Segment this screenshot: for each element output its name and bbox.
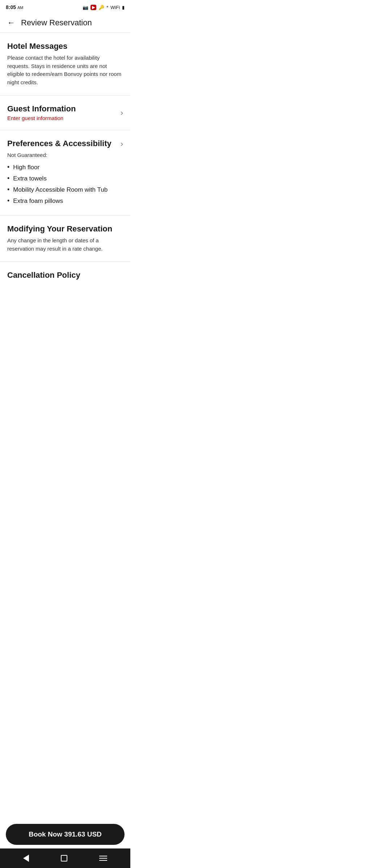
hamburger-icon — [99, 856, 107, 861]
cancellation-policy-section: Cancellation Policy — [0, 262, 130, 284]
book-now-button[interactable]: Book Now 391.63 USD — [6, 824, 125, 845]
modifying-reservation-title: Modifying Your Reservation — [7, 224, 123, 234]
list-item: High floor — [7, 162, 123, 173]
list-item: Extra foam pillows — [7, 195, 123, 207]
preferences-chevron-icon: › — [121, 140, 123, 148]
page-title: Review Reservation — [21, 18, 92, 27]
preferences-list: High floor Extra towels Mobility Accessi… — [7, 162, 123, 207]
bluetooth-icon: * — [106, 5, 108, 10]
hotel-messages-title: Hotel Messages — [7, 42, 123, 51]
not-guaranteed-label: Not Guaranteed: — [7, 152, 123, 158]
battery-icon: ▮ — [122, 5, 125, 10]
nav-bar: ← Review Reservation — [0, 13, 130, 33]
red-badge-icon: ▶ — [91, 5, 96, 10]
guest-information-section[interactable]: Guest Information Enter guest informatio… — [0, 95, 130, 130]
modifying-reservation-section: Modifying Your Reservation Any change in… — [0, 216, 130, 262]
android-nav-bar — [0, 848, 130, 868]
video-icon: 📷 — [83, 5, 88, 10]
modifying-reservation-body: Any change in the length or dates of a r… — [7, 237, 123, 253]
status-icons: 📷 ▶ 🔑 * WiFi ▮ — [83, 5, 125, 10]
book-button-container: Book Now 391.63 USD — [0, 820, 130, 848]
list-item: Extra towels — [7, 173, 123, 184]
guest-info-title: Guest Information — [7, 104, 76, 114]
guest-info-subtitle: Enter guest information — [7, 115, 76, 121]
home-square-icon — [61, 855, 67, 861]
status-bar: 8:05 AM 📷 ▶ 🔑 * WiFi ▮ — [0, 0, 130, 13]
hotel-messages-body: Please contact the hotel for availabilit… — [7, 54, 123, 86]
preferences-title: Preferences & Accessibility — [7, 139, 112, 148]
status-time: 8:05 AM — [6, 4, 23, 10]
chevron-right-icon: › — [121, 109, 123, 117]
wifi-icon: WiFi — [110, 5, 120, 10]
preferences-header[interactable]: Preferences & Accessibility › — [7, 139, 123, 148]
android-back-button[interactable] — [23, 855, 29, 862]
android-menu-button[interactable] — [99, 856, 107, 861]
back-button[interactable]: ← — [7, 18, 15, 27]
cancellation-policy-title: Cancellation Policy — [7, 271, 123, 280]
android-home-button[interactable] — [61, 855, 67, 861]
preferences-section: Preferences & Accessibility › Not Guaran… — [0, 130, 130, 216]
key-icon: 🔑 — [98, 5, 104, 10]
hotel-messages-section: Hotel Messages Please contact the hotel … — [0, 33, 130, 95]
back-triangle-icon — [23, 855, 29, 862]
list-item: Mobility Accessible Room with Tub — [7, 184, 123, 195]
guest-info-left: Guest Information Enter guest informatio… — [7, 104, 76, 121]
